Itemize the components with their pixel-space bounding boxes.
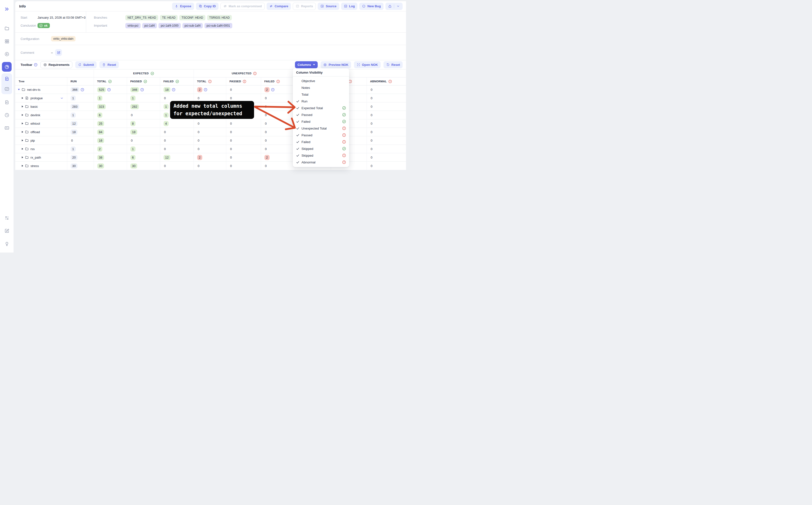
help-circle-icon[interactable]: ?: [107, 88, 111, 92]
tree-expand-expander[interactable]: [22, 123, 23, 125]
columns-button[interactable]: Columns: [295, 61, 318, 68]
reset-table-button[interactable]: Reset: [383, 61, 402, 68]
chevron-down-icon[interactable]: [60, 96, 64, 100]
dropdown-item[interactable]: Passed: [293, 132, 349, 139]
tree-item-name[interactable]: prologue: [30, 96, 43, 100]
cell-pe: 6: [127, 153, 160, 162]
tree-expand-expander[interactable]: [22, 114, 23, 116]
dropdown-item[interactable]: Skipped: [293, 145, 349, 152]
compare-button[interactable]: Compare: [267, 3, 291, 10]
tree-item-name[interactable]: rx_path: [30, 156, 41, 159]
help-circle-icon[interactable]: ?: [34, 63, 37, 66]
tree-item-name[interactable]: net-drv-ts: [27, 88, 40, 92]
open-nok-button[interactable]: Open NOK: [354, 61, 380, 68]
mark-compromised-button[interactable]: Mark as compromised: [220, 3, 265, 10]
folder-icon: [25, 122, 29, 125]
reset-button[interactable]: Reset: [99, 61, 118, 68]
help-circle-icon[interactable]: ?: [80, 88, 84, 92]
dropdown-item[interactable]: Notes: [293, 84, 349, 91]
tree-collapse-expander[interactable]: [18, 89, 20, 90]
tree-item-name[interactable]: devlink: [30, 113, 40, 117]
tree-item-name[interactable]: ethtool: [30, 122, 40, 125]
tree-item-name[interactable]: ptp: [30, 139, 35, 142]
dropdown-item[interactable]: Abnormal?: [293, 159, 349, 166]
tree-item-name[interactable]: offload: [30, 130, 40, 134]
cell-ab: 0: [366, 145, 406, 153]
tree-item-name[interactable]: basic: [30, 105, 38, 109]
submit-button[interactable]: Submit: [75, 61, 96, 68]
sidebar-item-history[interactable]: [2, 110, 12, 120]
check-circle-icon: [176, 79, 179, 83]
sidebar-item-measurements[interactable]: [2, 123, 12, 133]
cell-fu: 0: [261, 111, 295, 119]
sidebar-item-run-charts[interactable]: [2, 84, 12, 94]
tree-expand-expander[interactable]: [22, 131, 23, 133]
dropdown-item[interactable]: Skipped: [293, 152, 349, 159]
tree-item-name[interactable]: stress: [30, 164, 39, 168]
help-circle-icon[interactable]: ?: [140, 88, 144, 92]
svg-text:?: ?: [389, 80, 391, 82]
cell-fe: 12: [160, 153, 194, 162]
dropdown-item[interactable]: Unexpected Total: [293, 125, 349, 132]
column-header-fe: FAILED: [160, 77, 194, 86]
log-button[interactable]: Log: [341, 3, 358, 10]
cell-pu: 0: [226, 119, 261, 128]
sliders-icon: [4, 215, 9, 220]
cell-pe: 8: [127, 119, 160, 128]
start-label: Start: [21, 16, 37, 19]
check-circle-icon: [108, 79, 112, 83]
reports-button[interactable]: Reports: [293, 3, 316, 10]
sidebar-item-docs[interactable]: [2, 97, 12, 107]
configuration-badge[interactable]: virtio_virtio:dain: [51, 36, 75, 41]
dropdown-item[interactable]: Failed: [293, 139, 349, 145]
comment-edit-button[interactable]: [55, 49, 62, 56]
tree-expand-expander[interactable]: [22, 165, 23, 167]
sidebar-item-settings[interactable]: [2, 213, 12, 223]
tree-expand-expander[interactable]: [22, 156, 23, 158]
source-button[interactable]: Source: [318, 3, 339, 10]
sidebar-item-edit[interactable]: [2, 226, 12, 235]
cell-run: 283: [67, 103, 94, 111]
log-label: Log: [349, 4, 355, 8]
cell-te: 16: [94, 136, 127, 145]
tree-expand-expander[interactable]: [22, 140, 23, 141]
refresh-icon: [78, 63, 81, 66]
reports-label: Reports: [301, 4, 313, 8]
copy-id-button[interactable]: Copy ID: [196, 3, 219, 10]
share-button-group[interactable]: [385, 3, 402, 10]
tree-expand-expander[interactable]: [22, 148, 23, 150]
info-section: Start January 15, 2026 at 03:08 GMT+3 Co…: [15, 11, 406, 32]
cell-pe: 1: [127, 145, 160, 153]
cell-tu: 0: [194, 128, 226, 136]
sidebar-item-runs[interactable]: [2, 23, 12, 33]
sidebar-item-live[interactable]: [2, 49, 12, 59]
help-circle-icon[interactable]: ?: [271, 88, 275, 92]
sidebar-item-dashboard[interactable]: [2, 36, 12, 46]
dropdown-item[interactable]: Objective: [293, 77, 349, 84]
sidebar-item-run-details[interactable]: [2, 62, 12, 72]
dropdown-item[interactable]: Total: [293, 91, 349, 98]
dropdown-item[interactable]: Expected Total: [293, 105, 349, 111]
sidebar-item-run-log[interactable]: [2, 74, 12, 83]
dropdown-item[interactable]: Failed: [293, 118, 349, 125]
requirements-button[interactable]: Requirements: [40, 61, 72, 68]
new-bug-button[interactable]: New Bug: [359, 3, 383, 10]
reset-label: Reset: [107, 63, 116, 66]
cell-pe: 0: [127, 136, 160, 145]
cell-run: 18: [67, 128, 94, 136]
dropdown-item[interactable]: Passed: [293, 111, 349, 118]
tree-item-name[interactable]: rss: [30, 147, 35, 151]
edit-square-icon: [4, 228, 9, 233]
help-circle-icon[interactable]: ?: [172, 88, 176, 92]
check-circle-icon: [342, 147, 346, 151]
help-circle-icon[interactable]: ?: [204, 88, 207, 92]
important-badge: pci-1af4-1000: [159, 23, 181, 28]
dropdown-item[interactable]: Run: [293, 98, 349, 105]
expose-button[interactable]: Expose: [172, 3, 194, 10]
sidebar-item-help[interactable]: [2, 239, 12, 248]
tree-expand-expander[interactable]: [22, 97, 23, 99]
tree-expand-expander[interactable]: [22, 106, 23, 108]
sidebar-collapse-icon[interactable]: [4, 7, 9, 13]
file-icon: [25, 96, 29, 100]
preview-nok-button[interactable]: Preview NOK: [321, 61, 351, 68]
